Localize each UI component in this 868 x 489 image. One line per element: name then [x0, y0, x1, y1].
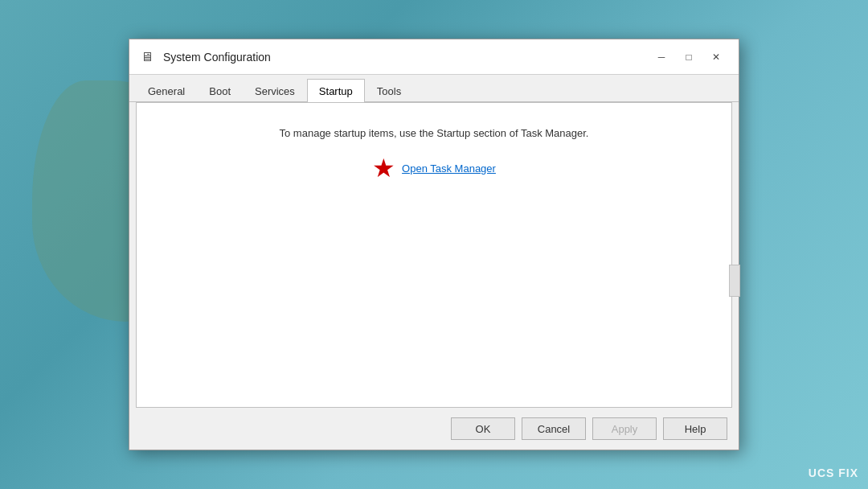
watermark: UCS FIX: [809, 466, 858, 479]
ok-button[interactable]: OK: [451, 417, 515, 440]
apply-button[interactable]: Apply: [592, 417, 657, 440]
dialog-icon: 🖥: [139, 49, 155, 65]
close-button[interactable]: ✕: [703, 46, 729, 68]
tab-tools[interactable]: Tools: [365, 79, 413, 102]
tab-general[interactable]: General: [136, 79, 197, 102]
content-area: To manage startup items, use the Startup…: [136, 102, 732, 408]
minimize-button[interactable]: ─: [649, 46, 674, 68]
tabs-bar: General Boot Services Startup Tools: [129, 75, 739, 102]
help-button[interactable]: Help: [663, 417, 727, 440]
star-icon: ★: [372, 155, 395, 181]
tab-boot[interactable]: Boot: [197, 79, 243, 102]
system-config-dialog: 🖥 System Configuration ─ □ ✕ General Boo…: [129, 39, 739, 450]
tab-startup[interactable]: Startup: [307, 79, 365, 102]
maximize-button[interactable]: □: [676, 46, 702, 68]
task-manager-row: ★ Open Task Manager: [372, 155, 496, 181]
footer: OK Cancel Apply Help: [129, 408, 739, 450]
scroll-handle[interactable]: [729, 265, 740, 297]
dialog-title: System Configuration: [163, 51, 649, 64]
info-text: To manage startup items, use the Startup…: [280, 127, 589, 139]
open-task-manager-link[interactable]: Open Task Manager: [402, 162, 496, 175]
title-bar: 🖥 System Configuration ─ □ ✕: [129, 39, 739, 75]
tab-services[interactable]: Services: [243, 79, 307, 102]
cancel-button[interactable]: Cancel: [522, 417, 586, 440]
window-controls: ─ □ ✕: [649, 46, 729, 68]
